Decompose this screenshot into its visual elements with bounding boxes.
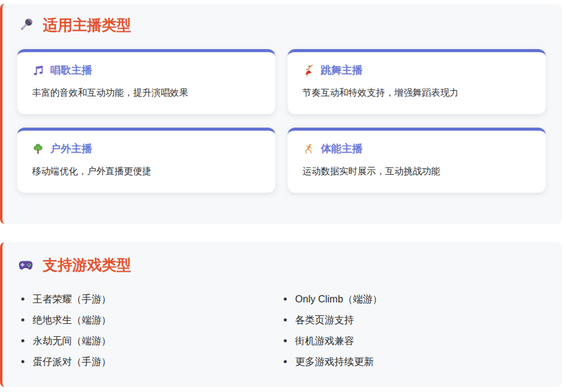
games-list: 王者荣耀（手游） 绝地求生（端游） 永劫无间（端游） 蛋仔派对（手游） Only… [17, 289, 546, 372]
game-types-section: 支持游戏类型 王者荣耀（手游） 绝地求生（端游） 永劫无间（端游） 蛋仔派对（手… [0, 242, 562, 387]
game-list-item: 绝地求生（端游） [21, 314, 283, 327]
card-singing-title-row: 唱歌主播 [32, 64, 261, 77]
streamer-types-section: 适用主播类型 唱歌主播 丰富的音效和互动功能，提升演唱效果 [0, 4, 562, 224]
game-list-item: 街机游戏兼容 [283, 335, 546, 348]
tree-icon [32, 143, 44, 155]
card-singing-streamer: 唱歌主播 丰富的音效和互动功能，提升演唱效果 [17, 49, 275, 114]
game-list-item: 王者荣耀（手游） [21, 293, 283, 306]
game-list-item: 蛋仔派对（手游） [21, 356, 283, 369]
card-description: 丰富的音效和互动功能，提升演唱效果 [32, 86, 261, 99]
card-dancing-streamer: 跳舞主播 节奏互动和特效支持，增强舞蹈表现力 [288, 49, 546, 114]
card-description: 移动端优化，户外直播更便捷 [32, 165, 261, 177]
game-list-item: 永劫无间（端游） [21, 335, 283, 348]
games-section-title-text: 支持游戏类型 [43, 256, 131, 274]
card-description: 节奏互动和特效支持，增强舞蹈表现力 [302, 86, 531, 99]
card-outdoor-streamer: 户外主播 移动端优化，户外直播更便捷 [17, 128, 275, 193]
card-description: 运动数据实时展示，互动挑战功能 [302, 165, 531, 177]
game-list-item: 各类页游支持 [283, 314, 546, 327]
card-title-text: 户外主播 [50, 142, 92, 156]
dancer-icon [302, 64, 315, 77]
gamepad-icon [17, 256, 34, 274]
music-notes-icon [32, 64, 44, 77]
card-fitness-streamer: 体能主播 运动数据实时展示，互动挑战功能 [288, 128, 546, 193]
streamer-cards-grid: 唱歌主播 丰富的音效和互动功能，提升演唱效果 跳舞主播 节奏互动和特效支持，增强… [17, 49, 546, 193]
card-dancing-title-row: 跳舞主播 [302, 64, 531, 77]
game-list-item: 更多游戏持续更新 [283, 356, 546, 369]
card-title-text: 跳舞主播 [321, 64, 362, 77]
card-title-text: 唱歌主播 [50, 64, 92, 77]
streamer-section-title-text: 适用主播类型 [43, 16, 131, 34]
games-section-title: 支持游戏类型 [17, 256, 546, 274]
streamer-section-title: 适用主播类型 [17, 16, 546, 34]
microphone-icon [17, 17, 34, 34]
runner-icon [302, 143, 315, 155]
game-list-item: Only Climb（端游） [283, 293, 546, 306]
card-outdoor-title-row: 户外主播 [32, 142, 261, 156]
card-fitness-title-row: 体能主播 [302, 142, 531, 156]
card-title-text: 体能主播 [321, 142, 362, 156]
